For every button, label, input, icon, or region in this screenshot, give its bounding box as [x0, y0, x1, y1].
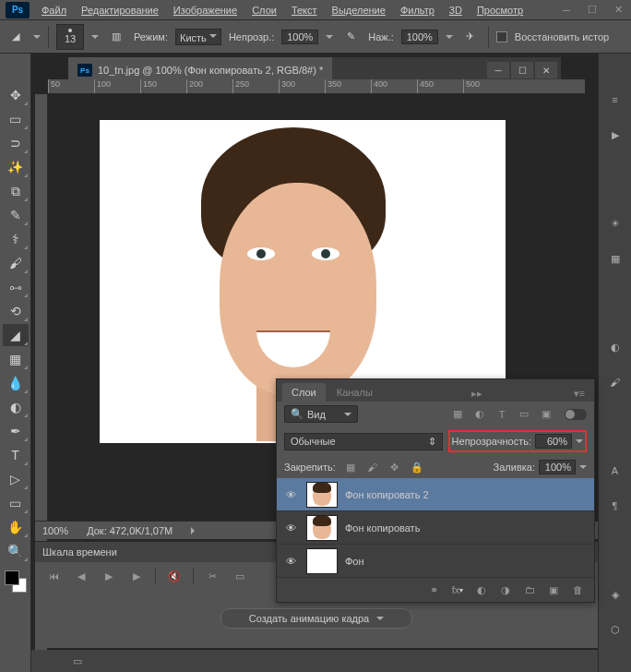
filter-pixel-icon[interactable]: ▦ [450, 408, 465, 421]
pen-tool[interactable]: ✒ [3, 420, 29, 442]
filter-shape-icon[interactable]: ▭ [517, 408, 531, 421]
layer-name[interactable]: Фон [345, 556, 589, 567]
timeline-convert-button[interactable]: ▭ [68, 653, 87, 669]
swatches-panel-icon[interactable]: ▦ [606, 249, 625, 268]
dock-play-icon[interactable]: ▶ [606, 126, 625, 144]
gradient-tool[interactable]: ▦ [3, 348, 29, 370]
clone-stamp-tool[interactable]: ⧟ [3, 276, 29, 298]
layer-filter-type-dropdown[interactable]: 🔍 Вид [284, 405, 358, 423]
menu-file[interactable]: Файл [35, 2, 73, 18]
menu-filter[interactable]: Фильтр [394, 2, 441, 18]
layer-row[interactable]: 👁 Фон копировать [277, 511, 594, 545]
crop-tool[interactable]: ⧉ [3, 180, 29, 202]
filter-smart-icon[interactable]: ▣ [539, 408, 554, 421]
opacity-slider-icon[interactable] [576, 439, 583, 447]
pressure-opacity-icon[interactable]: ✎ [340, 27, 361, 47]
panel-menu-icon[interactable]: ▾≡ [570, 386, 589, 402]
link-layers-icon[interactable]: ⚭ [426, 583, 441, 596]
brush-panel-icon[interactable]: ▥ [106, 27, 126, 47]
doc-close-button[interactable]: ✕ [535, 62, 557, 78]
eyedropper-tool[interactable]: ✎ [3, 204, 29, 226]
lock-position-icon[interactable]: ✥ [387, 461, 402, 474]
zoom-level[interactable]: 100% [42, 525, 68, 536]
maximize-button[interactable]: ☐ [579, 0, 605, 20]
create-frame-animation-button[interactable]: Создать анимацию кадра [220, 608, 412, 629]
timeline-transition-button[interactable]: ▭ [231, 568, 249, 584]
layer-fx-icon[interactable]: fx▾ [450, 583, 465, 596]
timeline-split-button[interactable]: ✂ [203, 568, 221, 584]
color-swatches[interactable] [5, 570, 27, 593]
menu-select[interactable]: Выделение [326, 2, 392, 18]
healing-brush-tool[interactable]: ⚕ [3, 228, 29, 250]
visibility-toggle[interactable]: 👁 [282, 520, 299, 536]
visibility-toggle[interactable]: 👁 [282, 553, 299, 570]
menu-text[interactable]: Текст [285, 2, 324, 18]
filter-type-icon[interactable]: T [494, 408, 509, 421]
history-panel-icon[interactable]: ≡ [606, 90, 625, 109]
brush-preset-picker[interactable]: 13 [56, 24, 84, 50]
layer-opacity-input[interactable]: 60% [535, 434, 572, 449]
tab-layers[interactable]: Слои [282, 383, 326, 402]
layer-mask-icon[interactable]: ◐ [474, 583, 489, 596]
lock-transparency-icon[interactable]: ▦ [343, 461, 358, 474]
airbrush-icon[interactable]: ✈ [460, 27, 481, 47]
flow-input[interactable]: 100% [401, 30, 438, 44]
tab-channels[interactable]: Каналы [327, 383, 382, 402]
doc-maximize-button[interactable]: ☐ [511, 62, 533, 78]
channels-dock-icon[interactable]: ⬡ [606, 620, 625, 639]
doc-size[interactable]: Док: 472,0K/1,07M [87, 525, 173, 536]
opacity-input[interactable]: 100% [281, 30, 318, 44]
timeline-next-frame-button[interactable]: ▶ [127, 568, 146, 584]
restore-history-checkbox[interactable] [496, 31, 507, 42]
blur-tool[interactable]: 💧 [3, 372, 29, 394]
menu-3d[interactable]: 3D [443, 2, 469, 18]
adjustments-panel-icon[interactable]: ◐ [606, 338, 625, 356]
opacity-slider-icon[interactable] [326, 35, 333, 42]
layers-dock-icon[interactable]: ◈ [606, 585, 625, 604]
brush-dropdown-icon[interactable] [91, 35, 99, 42]
new-layer-icon[interactable]: ▣ [546, 583, 561, 596]
layer-thumbnail[interactable] [306, 515, 338, 541]
layer-group-icon[interactable]: 🗀 [522, 583, 537, 596]
layer-thumbnail[interactable] [306, 548, 338, 574]
layer-name[interactable]: Фон копировать 2 [345, 489, 589, 500]
color-panel-icon[interactable]: ☀ [606, 214, 625, 233]
path-selection-tool[interactable]: ▷ [3, 468, 29, 490]
tool-preset-dropdown-icon[interactable] [33, 35, 41, 42]
shape-tool[interactable]: ▭ [3, 492, 29, 514]
filter-adjustment-icon[interactable]: ◐ [472, 408, 487, 421]
move-tool[interactable]: ✥ [3, 84, 29, 106]
visibility-toggle[interactable]: 👁 [282, 486, 299, 503]
eraser-tool-icon[interactable]: ◢ [6, 27, 26, 47]
character-panel-icon[interactable]: A [606, 462, 625, 480]
fill-slider-icon[interactable] [579, 465, 587, 473]
timeline-audio-button[interactable]: 🔇 [165, 568, 184, 584]
paragraph-panel-icon[interactable]: ¶ [606, 497, 625, 515]
adjustment-layer-icon[interactable]: ◑ [498, 583, 513, 596]
menu-image[interactable]: Изображение [167, 2, 244, 18]
lock-all-icon[interactable]: 🔒 [410, 461, 424, 474]
menu-view[interactable]: Просмотр [470, 2, 530, 18]
delete-layer-icon[interactable]: 🗑 [570, 583, 585, 596]
layer-row[interactable]: 👁 Фон [277, 545, 594, 578]
filter-toggle[interactable] [565, 409, 587, 420]
blend-mode-dropdown[interactable]: Обычные ⇕ [284, 433, 443, 450]
status-flyout-icon[interactable] [191, 527, 198, 534]
history-brush-tool[interactable]: ⟲ [3, 300, 29, 322]
timeline-first-frame-button[interactable]: ⏮ [44, 568, 63, 584]
mode-dropdown[interactable]: Кисть [175, 29, 221, 45]
horizontal-ruler[interactable]: 50 100 150 200 250 300 350 400 450 500 [48, 79, 585, 94]
zoom-tool[interactable]: 🔍 [3, 540, 29, 562]
eraser-tool[interactable]: ◢ [3, 324, 29, 346]
lock-pixels-icon[interactable]: 🖌 [365, 461, 380, 474]
layer-name[interactable]: Фон копировать [345, 522, 589, 534]
marquee-tool[interactable]: ▭ [3, 108, 29, 130]
lasso-tool[interactable]: ⊃ [3, 132, 29, 154]
foreground-swatch[interactable] [5, 570, 19, 585]
layer-thumbnail[interactable] [306, 482, 338, 508]
dodge-tool[interactable]: ◐ [3, 396, 29, 418]
doc-minimize-button[interactable]: ─ [487, 62, 509, 78]
magic-wand-tool[interactable]: ✨ [3, 156, 29, 178]
layer-row[interactable]: 👁 Фон копировать 2 [277, 478, 594, 511]
flow-slider-icon[interactable] [446, 35, 453, 42]
